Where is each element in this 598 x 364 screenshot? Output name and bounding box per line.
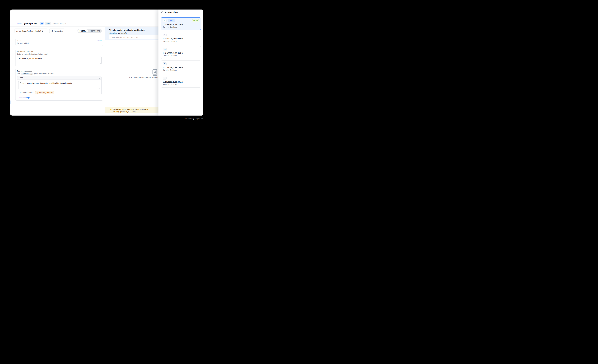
version-history-header: Version History	[158, 9, 203, 15]
version-badge: v5	[40, 22, 44, 25]
unsaved-changes-text: Unsaved changes	[53, 23, 66, 25]
warning-icon	[110, 108, 112, 110]
developer-message-title: Developer message	[17, 50, 101, 52]
gear-icon: ⚙	[51, 30, 53, 32]
template-variable-name: template_variables	[39, 92, 53, 94]
pencil-icon	[37, 92, 38, 93]
version-card-v4[interactable]: v4 11/21/2025, 1:36:28 PM Saved to Datab…	[161, 32, 201, 44]
prompt-editor-pane: aws/anthropic/bedrock-claude-3-5-s... ⚙ …	[10, 27, 105, 116]
subtitle-prefix: Use	[17, 73, 20, 75]
version-card-v3[interactable]: v3 11/21/2025, 1:33:56 PM Saved to Datab…	[161, 46, 201, 59]
message-header: User	[17, 76, 101, 80]
version-list: v5 Latest Active 11/22/2025, 6:08:12 PM …	[158, 15, 203, 88]
active-badge: Active	[192, 19, 199, 22]
model-select[interactable]: aws/anthropic/bedrock-claude-3-5-s...	[15, 29, 48, 33]
back-label: Back	[17, 23, 21, 25]
prompt-messages-title: Prompt messages	[17, 70, 101, 72]
subtitle-suffix: syntax for template variables	[33, 73, 54, 75]
version-chip: v4	[163, 33, 167, 36]
version-timestamp: 11/21/2025, 1:36:28 PM	[163, 38, 199, 40]
role-select-value: User	[19, 77, 23, 79]
latest-badge: Latest	[167, 19, 175, 22]
developer-message-input[interactable]: Respond as you are tom cruise	[17, 56, 101, 64]
drag-handle-icon[interactable]	[99, 77, 100, 79]
toggle-pretty[interactable]: PRETTY	[78, 29, 88, 33]
version-chip: v3	[163, 48, 167, 51]
tools-card: Tools + Add No tools added	[15, 38, 103, 46]
version-storage: Saved to Database	[163, 40, 199, 42]
message-content-input[interactable]: Enter task specifics. Use {{template_var…	[18, 81, 100, 89]
role-select[interactable]: User	[19, 77, 28, 79]
model-toolbar: aws/anthropic/bedrock-claude-3-5-s... ⚙ …	[15, 29, 102, 33]
back-arrow-icon: ←	[15, 23, 17, 25]
draft-badge: Draft	[45, 22, 51, 25]
version-timestamp: 11/21/2025, 9:16:39 AM	[163, 81, 199, 83]
empty-state-text: Fill in the variables above, then typ	[128, 76, 159, 79]
developer-message-subtitle: Optional system instructions for the mod…	[17, 53, 101, 55]
version-card-v2[interactable]: v2 11/21/2025, 1:33:19 PM Saved to Datab…	[161, 60, 201, 73]
edge-peek-chip	[10, 100, 11, 104]
version-timestamp: 11/22/2025, 6:08:12 PM	[163, 23, 199, 25]
version-storage: Saved to Database	[163, 26, 199, 28]
app-window: ← Back jack-sparrow v5 Draft Unsaved cha…	[10, 9, 203, 116]
version-card-v5[interactable]: v5 Latest Active 11/22/2025, 6:08:12 PM …	[161, 17, 201, 30]
version-timestamp: 11/21/2025, 1:33:19 PM	[163, 66, 199, 69]
tools-title: Tools	[17, 39, 21, 41]
version-card-v1[interactable]: v1 11/21/2025, 9:16:39 AM Saved to Datab…	[161, 75, 201, 88]
chevron-down-icon	[27, 77, 28, 79]
tools-empty-text: No tools added	[17, 42, 101, 44]
add-tool-label: Add	[98, 39, 101, 41]
version-storage: Saved to Database	[163, 55, 199, 57]
version-storage: Saved to Database	[163, 83, 199, 85]
watermark-text: Screenshot by Xnapper.com	[184, 118, 203, 120]
warning-title: Please fill in all template variables ab…	[113, 108, 149, 110]
add-message-label: Add message	[19, 97, 30, 99]
version-chip: v1	[163, 77, 167, 80]
version-timestamp: 11/21/2025, 1:33:56 PM	[163, 52, 199, 54]
version-chip: v2	[163, 62, 167, 65]
version-chip: v5	[163, 19, 167, 22]
back-button[interactable]: ← Back	[15, 23, 21, 25]
parameters-button[interactable]: ⚙ Parameters	[49, 29, 65, 33]
page-title: jack-sparrow	[24, 22, 37, 25]
template-variable-badge[interactable]: template_variables	[35, 91, 54, 94]
message-block: User	[17, 76, 101, 95]
version-storage: Saved to Database	[163, 69, 199, 71]
developer-message-card: Developer message Optional system instru…	[15, 49, 103, 66]
version-history-panel: Version History v5 Latest Active 11/22/2…	[158, 9, 203, 116]
close-icon[interactable]	[161, 11, 163, 13]
add-tool-button[interactable]: + Add	[97, 39, 101, 41]
toggle-dotprompt[interactable]: DOTPROMPT	[88, 29, 102, 33]
version-history-title: Version History	[165, 11, 180, 13]
plus-icon: +	[17, 97, 18, 99]
add-message-button[interactable]: + Add message	[17, 97, 30, 99]
variable-syntax-chip: {{variable}}	[21, 73, 33, 75]
format-toggle: PRETTY DOTPROMPT	[77, 29, 102, 33]
plus-icon: +	[97, 39, 98, 41]
detected-variables-row: Detected variables: template_variables	[17, 90, 101, 95]
detected-variables-label: Detected variables:	[19, 92, 33, 94]
model-select-value: aws/anthropic/bedrock-claude-3-5-s...	[16, 30, 44, 32]
bot-icon	[152, 69, 158, 76]
parameters-label: Parameters	[54, 30, 63, 32]
prompt-messages-card: Prompt messages Use {{variable}} syntax …	[15, 69, 103, 100]
chevron-down-icon	[44, 30, 46, 32]
